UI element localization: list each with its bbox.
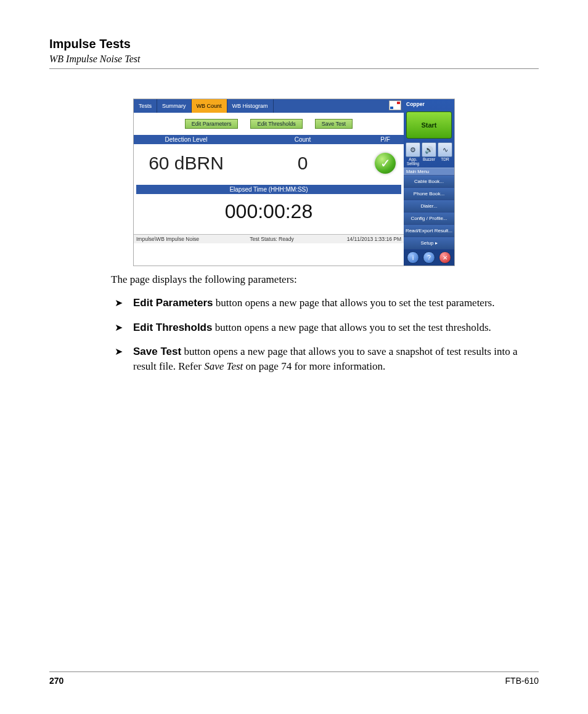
header-rule bbox=[49, 68, 539, 69]
app-setting-icon[interactable]: ⚙ bbox=[406, 142, 420, 157]
bullet-edit-thresholds: Edit Thresholds button opens a new page … bbox=[111, 320, 526, 335]
tdr-label: TDR bbox=[437, 157, 453, 166]
page-header: Impulse Tests WB Impulse Noise Test bbox=[49, 37, 539, 69]
intro-line: The page displays the following paramete… bbox=[111, 272, 526, 287]
bullet-text: button opens a new page that allows you … bbox=[213, 297, 494, 309]
tabs-spacer bbox=[274, 99, 388, 113]
connection-indicator-icon bbox=[389, 100, 401, 110]
start-button[interactable]: Start bbox=[406, 112, 452, 139]
side-panel-title: Copper bbox=[404, 99, 454, 109]
bullet-save-test: Save Test button opens a new page that a… bbox=[111, 344, 526, 374]
main-menu-label: Main Menu bbox=[404, 168, 454, 176]
side-icons-labels: App. Setting Buzzer TDR bbox=[404, 157, 454, 168]
bullet-text-b: on page 74 for more information. bbox=[243, 360, 385, 372]
menu-dialer[interactable]: Dialer... bbox=[404, 200, 454, 213]
bullet-bold: Save Test bbox=[133, 346, 181, 357]
tab-wb-count[interactable]: WB Count bbox=[192, 99, 227, 113]
app-setting-label: App. Setting bbox=[405, 157, 421, 166]
section-title: Impulse Tests bbox=[49, 37, 539, 51]
status-datetime: 14/11/2013 1:33:16 PM bbox=[315, 236, 401, 242]
bullet-bold: Edit Parameters bbox=[133, 297, 213, 309]
col-header-detection-level: Detection Level bbox=[134, 135, 239, 144]
model-number: FTB-610 bbox=[505, 676, 539, 686]
count-value: 0 bbox=[239, 153, 367, 174]
side-icons-row: ⚙ 🔊 ∿ bbox=[404, 141, 454, 157]
buzzer-icon[interactable]: 🔊 bbox=[422, 142, 436, 157]
help-icon[interactable]: ? bbox=[423, 251, 435, 264]
menu-cable-book[interactable]: Cable Book... bbox=[404, 176, 454, 188]
menu-phone-book[interactable]: Phone Book... bbox=[404, 188, 454, 200]
edit-parameters-button[interactable]: Edit Parameters bbox=[185, 119, 239, 129]
menu-setup[interactable]: Setup bbox=[404, 237, 454, 249]
close-icon[interactable]: ✕ bbox=[439, 251, 451, 264]
side-footer: i ? ✕ bbox=[404, 249, 454, 266]
tdr-icon[interactable]: ∿ bbox=[438, 142, 452, 157]
page-footer: 270 FTB-610 bbox=[49, 671, 539, 686]
menu-config-profile[interactable]: Config / Profile... bbox=[404, 213, 454, 225]
pf-value: ✓ bbox=[367, 153, 404, 174]
menu-read-export[interactable]: Read/Export Result... bbox=[404, 225, 454, 237]
edit-thresholds-button[interactable]: Edit Thresholds bbox=[250, 119, 302, 129]
info-icon[interactable]: i bbox=[407, 251, 419, 264]
footer-rule bbox=[49, 671, 539, 672]
status-text: Test Status: Ready bbox=[229, 236, 315, 242]
col-header-count: Count bbox=[239, 135, 367, 144]
device-screenshot: Tests Summary WB Count WB Histogram Edit… bbox=[133, 99, 455, 266]
screenshot-main-area: Tests Summary WB Count WB Histogram Edit… bbox=[134, 99, 404, 266]
save-test-button[interactable]: Save Test bbox=[315, 119, 353, 129]
status-path: Impulse\WB Impulse Noise bbox=[136, 236, 229, 242]
result-columns-header: Detection Level Count P/F bbox=[134, 135, 404, 144]
detection-level-value: 60 dBRN bbox=[134, 153, 239, 174]
tab-tests[interactable]: Tests bbox=[134, 99, 157, 113]
page-number: 270 bbox=[49, 676, 63, 686]
footer-row: 270 FTB-610 bbox=[49, 676, 539, 686]
status-bar: Impulse\WB Impulse Noise Test Status: Re… bbox=[134, 234, 404, 243]
bullet-list: Edit Parameters button opens a new page … bbox=[111, 296, 526, 374]
tabs-row: Tests Summary WB Count WB Histogram bbox=[134, 99, 404, 113]
result-row: 60 dBRN 0 ✓ bbox=[134, 144, 404, 185]
bullet-text: button opens a new page that allows you … bbox=[212, 322, 491, 333]
bullet-bold: Edit Thresholds bbox=[133, 322, 212, 333]
elapsed-time-value: 000:00:28 bbox=[134, 194, 404, 234]
tab-wb-histogram[interactable]: WB Histogram bbox=[227, 99, 274, 113]
bullet-edit-parameters: Edit Parameters button opens a new page … bbox=[111, 296, 526, 310]
side-panel: Copper Start ⚙ 🔊 ∿ App. Setting Buzzer T… bbox=[404, 99, 454, 266]
buzzer-label: Buzzer bbox=[421, 157, 437, 166]
bullet-italic: Save Test bbox=[204, 360, 243, 372]
elapsed-time-label: Elapsed Time (HHH:MM:SS) bbox=[136, 185, 401, 194]
section-subtitle: WB Impulse Noise Test bbox=[49, 54, 539, 65]
tab-summary[interactable]: Summary bbox=[157, 99, 192, 113]
col-header-pf: P/F bbox=[367, 135, 404, 144]
pass-checkmark-icon: ✓ bbox=[375, 153, 396, 174]
page: Impulse Tests WB Impulse Noise Test Test… bbox=[0, 0, 588, 714]
action-button-row: Edit Parameters Edit Thresholds Save Tes… bbox=[134, 113, 404, 135]
body-text: The page displays the following paramete… bbox=[111, 272, 526, 374]
